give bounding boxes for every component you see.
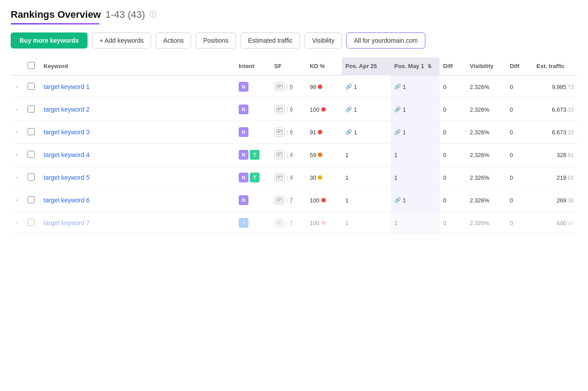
tab-positions[interactable]: Positions bbox=[196, 32, 236, 48]
link-icon: 🔗 bbox=[394, 129, 401, 135]
sf-count: 4 bbox=[290, 174, 293, 181]
table-row: ›target keyword 1N | 6 98 🔗1🔗102.326%09,… bbox=[11, 75, 577, 98]
kd-dot bbox=[318, 153, 322, 157]
pos-apr25-value: 1 bbox=[345, 197, 348, 204]
col-expand-header bbox=[11, 57, 24, 75]
keyword-link[interactable]: target keyword 3 bbox=[44, 129, 90, 136]
sf-count: 7 bbox=[290, 197, 293, 203]
svg-rect-11 bbox=[277, 155, 280, 156]
pos-may1-value: 1 bbox=[403, 197, 406, 204]
sf-cell: | 4 bbox=[271, 166, 306, 189]
pos-may1-cell: 🔗1 bbox=[391, 121, 440, 144]
page-title: Rankings Overview bbox=[11, 9, 101, 20]
row-checkbox[interactable] bbox=[28, 128, 35, 135]
link-icon: 🔗 bbox=[345, 106, 352, 113]
expand-row-button[interactable]: › bbox=[14, 105, 20, 113]
kd-cell: 100 bbox=[306, 189, 342, 212]
visibility-cell: 2.326% bbox=[466, 166, 506, 189]
expand-row-button[interactable]: › bbox=[14, 196, 20, 204]
svg-rect-16 bbox=[277, 199, 282, 200]
row-checkbox[interactable] bbox=[28, 105, 35, 113]
est-traffic-cell: 6,673.33 bbox=[533, 98, 577, 121]
sf-icon bbox=[274, 173, 285, 182]
col-visibility-header: Visibility bbox=[466, 57, 506, 75]
diff2-cell: 0 bbox=[506, 121, 533, 144]
row-checkbox[interactable] bbox=[28, 173, 35, 181]
row-checkbox[interactable] bbox=[28, 219, 35, 226]
pos-apr25-cell: 1 bbox=[342, 166, 391, 189]
table-row: ›target keyword 2N | 6 100 🔗1🔗102.326%06… bbox=[11, 98, 577, 121]
sf-icon bbox=[274, 105, 285, 114]
kd-value: 100 bbox=[310, 197, 320, 204]
est-traffic-value: 600.60 bbox=[557, 220, 574, 226]
link-icon: 🔗 bbox=[345, 84, 352, 90]
pos-may1-value: 1 bbox=[394, 220, 397, 226]
svg-rect-10 bbox=[277, 153, 282, 154]
diff1-value: 0 bbox=[443, 129, 446, 136]
sf-icon bbox=[274, 150, 285, 159]
pos-may1-value: 1 bbox=[403, 84, 406, 90]
diff1-value: 0 bbox=[443, 106, 446, 113]
visibility-cell: 2.326% bbox=[466, 121, 506, 144]
tab-visibility[interactable]: Visibility bbox=[304, 32, 342, 48]
row-checkbox[interactable] bbox=[28, 83, 35, 90]
add-keywords-button[interactable]: + Add keywords bbox=[92, 32, 151, 48]
expand-row-button[interactable]: › bbox=[14, 173, 20, 181]
sf-cell: | 6 bbox=[271, 121, 306, 144]
buy-keywords-button[interactable]: Buy more keywords bbox=[11, 32, 88, 48]
col-pos-may1-header[interactable]: Pos. May 1 ⇅ bbox=[391, 57, 440, 75]
visibility-cell: 2.326% bbox=[466, 189, 506, 212]
diff1-cell: 0 bbox=[440, 75, 466, 98]
select-all-checkbox[interactable] bbox=[28, 62, 35, 69]
svg-rect-8 bbox=[277, 132, 280, 133]
kd-dot bbox=[321, 221, 326, 225]
kd-dot bbox=[318, 175, 322, 180]
kd-dot bbox=[321, 107, 326, 112]
keyword-link[interactable]: target keyword 2 bbox=[44, 106, 90, 113]
pos-may1-cell: 1 bbox=[391, 166, 440, 189]
diff2-value: 0 bbox=[510, 106, 513, 113]
link-icon: 🔗 bbox=[394, 197, 401, 203]
page-title-count: 1-43 (43) bbox=[105, 9, 145, 20]
svg-rect-17 bbox=[277, 200, 280, 201]
keyword-link[interactable]: target keyword 7 bbox=[44, 219, 90, 226]
expand-row-button[interactable]: › bbox=[14, 219, 20, 227]
expand-row-button[interactable]: › bbox=[14, 83, 20, 91]
keyword-link[interactable]: target keyword 5 bbox=[44, 174, 90, 181]
keyword-link[interactable]: target keyword 4 bbox=[44, 151, 90, 158]
diff1-value: 0 bbox=[443, 220, 446, 226]
rankings-table-wrap: Keyword Intent SF KD % Pos. Apr 25 Pos. … bbox=[11, 57, 577, 234]
diff2-value: 0 bbox=[510, 84, 513, 90]
diff1-value: 0 bbox=[443, 84, 446, 90]
est-traffic-cell: 9,985.73 bbox=[533, 75, 577, 98]
pos-may1-cell: 1 bbox=[391, 212, 440, 234]
diff1-value: 0 bbox=[443, 152, 446, 158]
col-intent-header: Intent bbox=[235, 57, 271, 75]
pos-may1-cell: 1 bbox=[391, 144, 440, 166]
pos-may1-value: 1 bbox=[403, 129, 406, 136]
svg-rect-2 bbox=[277, 87, 280, 88]
keyword-link[interactable]: target keyword 6 bbox=[44, 197, 90, 204]
expand-row-button[interactable]: › bbox=[14, 128, 20, 136]
domain-filter-button[interactable]: All for yourdomain.com bbox=[346, 32, 425, 48]
pos-may1-value: 1 bbox=[403, 106, 406, 113]
title-underline bbox=[11, 23, 100, 24]
pos-apr25-cell: 🔗1 bbox=[342, 121, 391, 144]
info-icon[interactable]: ⓘ bbox=[149, 10, 156, 20]
keyword-link[interactable]: target keyword 1 bbox=[44, 83, 90, 90]
actions-button[interactable]: Actions bbox=[156, 32, 191, 48]
col-pos-apr25-header[interactable]: Pos. Apr 25 bbox=[342, 57, 391, 75]
pos-apr25-value: 1 bbox=[354, 84, 357, 90]
kd-dot bbox=[318, 85, 322, 89]
expand-row-button[interactable]: › bbox=[14, 151, 20, 159]
tab-estimated-traffic[interactable]: Estimated traffic bbox=[240, 32, 300, 48]
intent-cell: N bbox=[235, 189, 271, 212]
diff1-value: 0 bbox=[443, 174, 446, 181]
pos-may1-value: 1 bbox=[394, 174, 397, 181]
row-checkbox[interactable] bbox=[28, 151, 35, 158]
kd-cell: 98 bbox=[306, 75, 342, 98]
link-icon: 🔗 bbox=[394, 84, 401, 90]
kd-cell: 91 bbox=[306, 121, 342, 144]
row-checkbox[interactable] bbox=[28, 196, 35, 203]
est-traffic-value: 328.81 bbox=[557, 152, 574, 158]
